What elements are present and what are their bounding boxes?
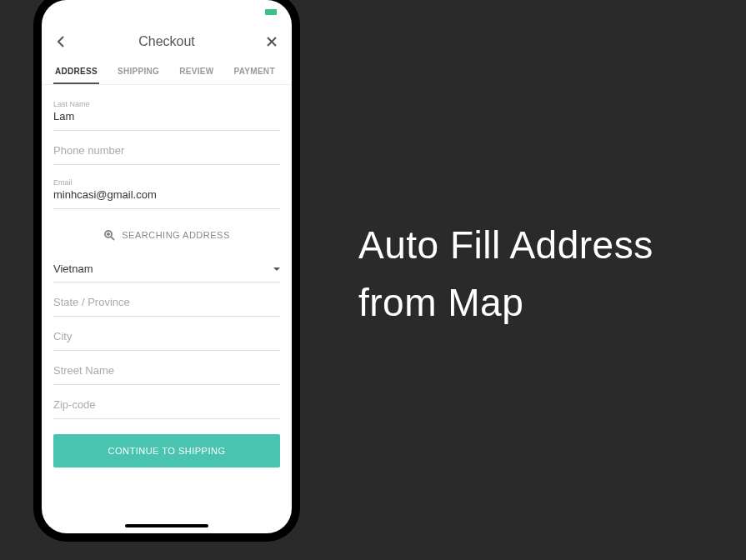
continue-button[interactable]: CONTINUE TO SHIPPING <box>53 434 280 468</box>
caption-line-2: from Map <box>358 274 653 332</box>
home-indicator-area <box>42 518 292 533</box>
tab-review[interactable]: REVIEW <box>178 60 215 84</box>
phone-screen: Checkout ADDRESS SHIPPING REVIEW PAYMENT… <box>42 0 292 533</box>
city-field[interactable]: City <box>53 322 280 351</box>
tab-shipping[interactable]: SHIPPING <box>116 60 161 84</box>
phone-placeholder: Phone number <box>53 144 280 159</box>
search-address-label: SEARCHING ADDRESS <box>122 230 230 240</box>
street-field[interactable]: Street Name <box>53 356 280 385</box>
chevron-left-icon <box>57 35 67 48</box>
state-field[interactable]: State / Province <box>53 288 280 317</box>
last-name-field[interactable]: Last Name Lam <box>53 92 280 131</box>
caret-down-icon <box>273 268 280 271</box>
search-address-button[interactable]: SEARCHING ADDRESS <box>53 214 280 252</box>
email-label: Email <box>53 178 280 187</box>
header: Checkout <box>42 23 292 60</box>
close-icon <box>266 36 278 48</box>
search-location-icon <box>103 229 115 241</box>
form-content: Last Name Lam Phone number Email minhcas… <box>42 85 292 518</box>
svg-line-3 <box>111 237 114 240</box>
state-placeholder: State / Province <box>53 296 280 311</box>
home-indicator[interactable] <box>125 524 208 528</box>
status-bar <box>42 0 292 23</box>
tabs: ADDRESS SHIPPING REVIEW PAYMENT <box>42 60 292 85</box>
city-placeholder: City <box>53 330 280 345</box>
caption: Auto Fill Address from Map <box>358 217 653 332</box>
last-name-value: Lam <box>53 110 280 125</box>
tab-payment[interactable]: PAYMENT <box>232 60 276 84</box>
street-placeholder: Street Name <box>53 364 280 379</box>
email-field[interactable]: Email minhcasi@gmail.com <box>53 170 280 209</box>
zip-placeholder: Zip-code <box>53 398 280 413</box>
back-button[interactable] <box>53 33 70 50</box>
last-name-label: Last Name <box>53 100 280 108</box>
phone-field[interactable]: Phone number <box>53 136 280 165</box>
email-value: minhcasi@gmail.com <box>53 188 280 203</box>
country-dropdown[interactable]: Vietnam <box>53 252 280 282</box>
phone-frame: Checkout ADDRESS SHIPPING REVIEW PAYMENT… <box>33 0 300 542</box>
country-value: Vietnam <box>53 262 93 275</box>
zip-field[interactable]: Zip-code <box>53 390 280 419</box>
battery-icon <box>265 9 277 15</box>
page-title: Checkout <box>138 34 195 49</box>
tab-address[interactable]: ADDRESS <box>53 60 99 84</box>
close-button[interactable] <box>263 33 280 50</box>
caption-line-1: Auto Fill Address <box>358 217 653 274</box>
